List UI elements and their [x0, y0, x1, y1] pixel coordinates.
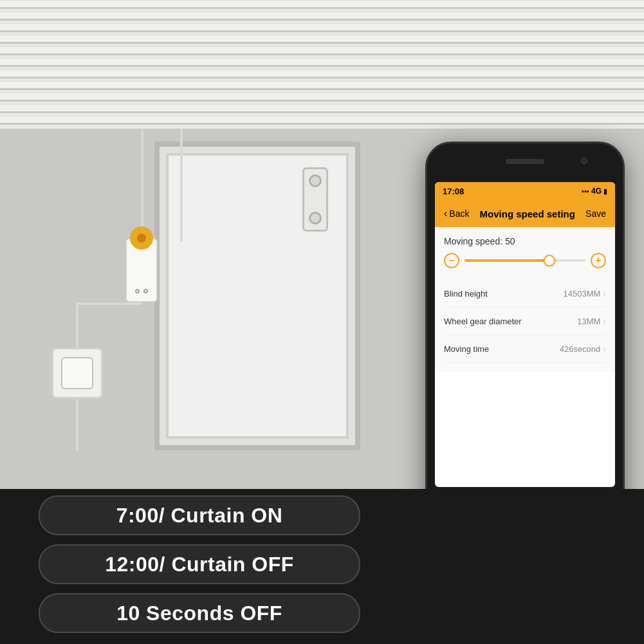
chevron-right-icon: › — [603, 288, 606, 299]
schedule-text-3: 10 Seconds OFF — [116, 602, 282, 625]
motor-dots — [135, 289, 148, 293]
moving-time-text: 426second — [560, 344, 601, 354]
blind-slat — [0, 23, 644, 32]
slider-thumb[interactable] — [544, 255, 555, 266]
signal-icon: ▪▪▪ — [582, 187, 589, 195]
status-icons: ▪▪▪ 4G ▮ — [582, 187, 607, 196]
handle-circle-top — [309, 174, 322, 187]
blind-slat — [0, 58, 644, 67]
phone-screen: 17:08 ▪▪▪ 4G ▮ ‹ Back Moving speed setin… — [435, 182, 615, 487]
phone-container: 17:08 ▪▪▪ 4G ▮ ‹ Back Moving speed setin… — [425, 142, 625, 540]
nav-title: Moving speed seting — [480, 208, 575, 219]
schedule-text-1: 7:00/ Curtain ON — [116, 504, 283, 528]
wire-horizontal — [76, 302, 142, 305]
schedule-labels: 7:00/ Curtain ON 12:00/ Curtain OFF 10 S… — [39, 495, 360, 633]
app-content: Moving speed: 50 − + Blind height 14503M… — [435, 227, 615, 372]
slider-plus-button[interactable]: + — [591, 253, 606, 268]
phone-outer: 17:08 ▪▪▪ 4G ▮ ‹ Back Moving speed setin… — [425, 142, 625, 540]
blind-slat — [0, 35, 644, 44]
wheel-gear-text: 13MM — [577, 317, 600, 326]
app-nav-bar: ‹ Back Moving speed seting Save — [435, 200, 615, 227]
speed-slider-row: − + — [444, 253, 606, 268]
status-time: 17:08 — [443, 187, 464, 196]
schedule-pill-3: 10 Seconds OFF — [39, 593, 360, 633]
schedule-pill-1: 7:00/ Curtain ON — [39, 495, 360, 535]
hub-inner — [61, 357, 93, 389]
wheel-gear-row[interactable]: Wheel gear diameter 13MM › — [444, 308, 606, 335]
wire-to-hub — [76, 302, 78, 354]
motor-dot — [143, 289, 148, 293]
gear-outer — [130, 226, 153, 250]
chevron-left-icon: ‹ — [444, 208, 447, 219]
wire-vertical — [180, 129, 183, 241]
chevron-right-icon: › — [603, 344, 606, 354]
window-frame — [154, 142, 360, 450]
wheel-gear-label: Wheel gear diameter — [444, 317, 522, 326]
phone-camera — [581, 158, 587, 164]
nav-back-button[interactable]: ‹ Back — [444, 208, 469, 219]
blind-height-value: 14503MM › — [564, 288, 606, 299]
network-label: 4G — [591, 187, 602, 196]
moving-time-label: Moving time — [444, 344, 489, 354]
handle-circle-bottom — [309, 212, 322, 225]
schedule-text-2: 12:00/ Curtain OFF — [105, 553, 294, 576]
motor-gear — [130, 226, 153, 250]
schedule-pill-2: 12:00/ Curtain OFF — [39, 544, 360, 584]
app-status-bar: 17:08 ▪▪▪ 4G ▮ — [435, 182, 615, 200]
back-label: Back — [449, 208, 469, 219]
gear-inner — [137, 234, 146, 243]
blind-slat — [0, 69, 644, 78]
blind-height-label: Blind height — [444, 289, 488, 299]
wire-power — [76, 399, 78, 450]
moving-time-row[interactable]: Moving time 426second › — [444, 335, 606, 363]
blind-slat — [0, 0, 644, 9]
chevron-right-icon: › — [603, 316, 606, 326]
blind-slat — [0, 12, 644, 21]
battery-icon: ▮ — [603, 187, 607, 196]
blind-height-text: 14503MM — [564, 289, 601, 299]
slider-minus-button[interactable]: − — [444, 253, 459, 268]
blind-slat — [0, 81, 644, 90]
window-handle — [302, 167, 328, 232]
blinds-area — [0, 0, 644, 129]
blind-slat — [0, 116, 644, 125]
motor-dot — [135, 289, 140, 293]
save-button[interactable]: Save — [585, 208, 606, 219]
slider-track[interactable] — [465, 259, 585, 262]
wheel-gear-value: 13MM › — [577, 316, 606, 326]
blind-slat — [0, 93, 644, 102]
blind-slat — [0, 104, 644, 113]
blind-height-row[interactable]: Blind height 14503MM › — [444, 280, 606, 308]
slider-fill — [465, 259, 549, 262]
hub-device — [51, 347, 103, 399]
blind-slat — [0, 46, 644, 55]
motor-device — [125, 238, 158, 302]
speed-label: Moving speed: 50 — [444, 236, 606, 246]
phone-speaker — [506, 159, 544, 164]
wire-vertical — [141, 129, 143, 241]
moving-time-value: 426second › — [560, 344, 606, 354]
